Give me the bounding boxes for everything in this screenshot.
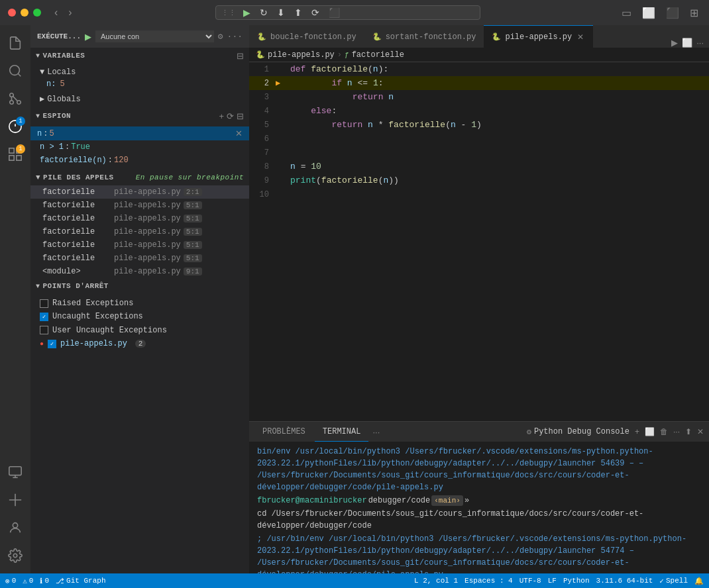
- code-text-1: def factorielle(n):: [288, 64, 388, 74]
- terminal-content[interactable]: bin/env /usr/local/bin/python3 /Users/fb…: [249, 442, 709, 573]
- collapse-all-button[interactable]: ⊟: [237, 51, 244, 61]
- status-info[interactable]: ℹ 0: [40, 577, 49, 585]
- espion-collapse-button[interactable]: ⊟: [237, 111, 244, 121]
- panel-tab-problemes[interactable]: PROBLÈMES: [254, 422, 313, 442]
- tab-pile-appels[interactable]: 🐍 pile-appels.py ✕: [484, 25, 593, 48]
- callstack-section: ▼ PILE DES APPELS En pause sur breakpoin…: [30, 170, 249, 278]
- espion-section-header[interactable]: ▼ ESPION + ⟳ ⊟: [30, 108, 249, 124]
- breakpoints-section-header[interactable]: ▼ POINTS D'ARRÊT: [30, 278, 249, 294]
- tab-boucle-fonction[interactable]: 🐍 boucle-fonction.py: [249, 25, 364, 48]
- activity-remote[interactable]: [3, 460, 28, 485]
- callstack-item-5[interactable]: factorielle pile-appels.py 5:1: [30, 252, 249, 265]
- nav-back-button[interactable]: ‹: [52, 5, 60, 20]
- debug-restart-button[interactable]: ⟳: [308, 6, 323, 19]
- nav-forward-button[interactable]: ›: [66, 5, 74, 20]
- gear-icon[interactable]: ⚙: [218, 31, 223, 42]
- panel-tabs-more[interactable]: ···: [370, 426, 382, 438]
- minimize-dot[interactable]: [21, 9, 28, 17]
- git-icon: ⎇: [56, 577, 64, 585]
- editor-area: 🐍 boucle-fonction.py 🐍 sortant-fonction.…: [249, 25, 709, 573]
- bp-checkbox-3[interactable]: [48, 340, 56, 348]
- locals-chevron-icon: ▼: [40, 68, 44, 77]
- tab-sortant-fonction[interactable]: 🐍 sortant-fonction.py: [364, 25, 484, 48]
- terminal-trash-button[interactable]: 🗑: [660, 427, 668, 436]
- layout-btn-3[interactable]: ⬛: [663, 5, 682, 21]
- bp-checkbox-1[interactable]: [40, 313, 48, 321]
- activity-explorer[interactable]: [3, 30, 28, 56]
- locals-header[interactable]: ▼ Locals: [30, 66, 249, 78]
- split-editor-button[interactable]: ⬜: [682, 38, 692, 48]
- breadcrumb-file[interactable]: pile-appels.py: [268, 50, 335, 60]
- status-git-graph[interactable]: ⎇ Git Graph: [56, 577, 105, 585]
- status-spell[interactable]: ✓ Spell: [659, 577, 688, 585]
- debug-stop-button[interactable]: ⬛: [325, 6, 343, 19]
- run-play-button[interactable]: ▶: [85, 32, 91, 42]
- terminal-split-button[interactable]: ⬜: [645, 427, 655, 436]
- line-num-2: 2: [249, 79, 276, 88]
- activity-search[interactable]: [3, 58, 28, 83]
- espion-add-button[interactable]: +: [219, 111, 224, 121]
- callstack-item-1[interactable]: factorielle pile-appels.py 5:1: [30, 199, 249, 212]
- variables-section-header[interactable]: ▼ VARIABLES ⊟: [30, 48, 249, 64]
- layout-btn-4[interactable]: ⊞: [687, 5, 701, 21]
- config-select[interactable]: Aucune con: [95, 30, 214, 42]
- espion-refresh-button[interactable]: ⟳: [227, 111, 234, 121]
- close-dot[interactable]: [8, 9, 16, 17]
- search-bar[interactable]: ⋮⋮ ▶ ↻ ⬇ ⬆ ⟳ ⬛: [215, 5, 480, 20]
- spy-val-2: 120: [114, 156, 129, 165]
- activity-account[interactable]: [3, 515, 28, 540]
- debug-step-over-button[interactable]: ↻: [256, 6, 271, 19]
- debug-step-into-button[interactable]: ⬇: [274, 6, 288, 19]
- status-encoding[interactable]: UTF-8: [519, 577, 541, 585]
- sidebar: EXÉCUTE... ▶ Aucune con ⚙ ··· ▼ VARIABLE…: [30, 25, 249, 573]
- python-console-label: ⚙ Python Debug Console: [527, 427, 629, 437]
- panel-maximize-button[interactable]: ⬆: [685, 427, 692, 436]
- term-username: fbrucker@macminibrucker: [257, 495, 367, 507]
- cs-file-6: pile-appels.py: [114, 267, 181, 276]
- status-errors[interactable]: ⊗ 0: [5, 577, 16, 585]
- panel-close-button[interactable]: ✕: [697, 427, 704, 436]
- callstack-item-3[interactable]: factorielle pile-appels.py 5:1: [30, 225, 249, 238]
- sidebar-ellipsis-icon[interactable]: ···: [227, 32, 243, 42]
- run-active-file-button[interactable]: ▶: [671, 38, 678, 48]
- callstack-item-0[interactable]: factorielle pile-appels.py 2:1: [30, 185, 249, 199]
- debug-step-out-button[interactable]: ⬆: [291, 6, 305, 19]
- panel-tab-terminal[interactable]: TERMINAL: [315, 422, 369, 442]
- spy-item-0[interactable]: n : 5 ✕: [30, 126, 249, 140]
- globals-header[interactable]: ▶ Globals: [30, 93, 249, 105]
- maximize-dot[interactable]: [33, 9, 41, 17]
- add-terminal-button[interactable]: +: [635, 427, 639, 436]
- breadcrumb-func[interactable]: factorielle: [352, 50, 404, 60]
- status-indentation[interactable]: Espaces : 4: [464, 577, 513, 585]
- bp-checkbox-0[interactable]: [40, 299, 48, 308]
- spy-item-1[interactable]: n > 1 : True: [30, 140, 249, 154]
- status-python-version[interactable]: 3.11.6 64-bit: [596, 577, 653, 585]
- layout-btn-1[interactable]: ▭: [619, 5, 634, 21]
- spy-item-2[interactable]: factorielle(n) : 120: [30, 154, 249, 167]
- callstack-item-4[interactable]: factorielle pile-appels.py 5:1: [30, 238, 249, 252]
- callstack-item-2[interactable]: factorielle pile-appels.py 5:1: [30, 212, 249, 225]
- status-warnings[interactable]: ⚠ 0: [23, 577, 33, 585]
- debug-continue-button[interactable]: ▶: [240, 6, 254, 19]
- code-line-10: 10: [249, 187, 709, 201]
- layout-btn-2[interactable]: ⬜: [639, 5, 658, 21]
- spy-close-0[interactable]: ✕: [235, 128, 243, 138]
- tabs-more-button[interactable]: ···: [696, 38, 704, 48]
- status-eol[interactable]: LF: [548, 577, 557, 585]
- status-position[interactable]: L 2, col 1: [414, 577, 458, 585]
- code-editor[interactable]: 1 def factorielle(n): 2 ▶ if n <= 1: 3 r…: [249, 62, 709, 421]
- terminal-more-button[interactable]: ···: [673, 427, 680, 436]
- status-notifications[interactable]: 🔔: [694, 577, 704, 585]
- tab-close-2[interactable]: ✕: [576, 32, 585, 42]
- activity-source-control[interactable]: [3, 86, 28, 111]
- status-language[interactable]: Python: [563, 577, 590, 585]
- activity-debug[interactable]: 1: [3, 114, 28, 139]
- activity-docker[interactable]: [3, 487, 28, 513]
- globals-group: ▶ Globals: [30, 91, 249, 107]
- cs-file-2: pile-appels.py: [114, 214, 181, 223]
- activity-settings[interactable]: [3, 543, 28, 568]
- bp-checkbox-2[interactable]: [40, 326, 48, 334]
- callstack-header[interactable]: ▼ PILE DES APPELS En pause sur breakpoin…: [30, 170, 249, 185]
- callstack-item-6[interactable]: <module> pile-appels.py 9:1: [30, 265, 249, 278]
- activity-extensions[interactable]: 1: [3, 142, 28, 167]
